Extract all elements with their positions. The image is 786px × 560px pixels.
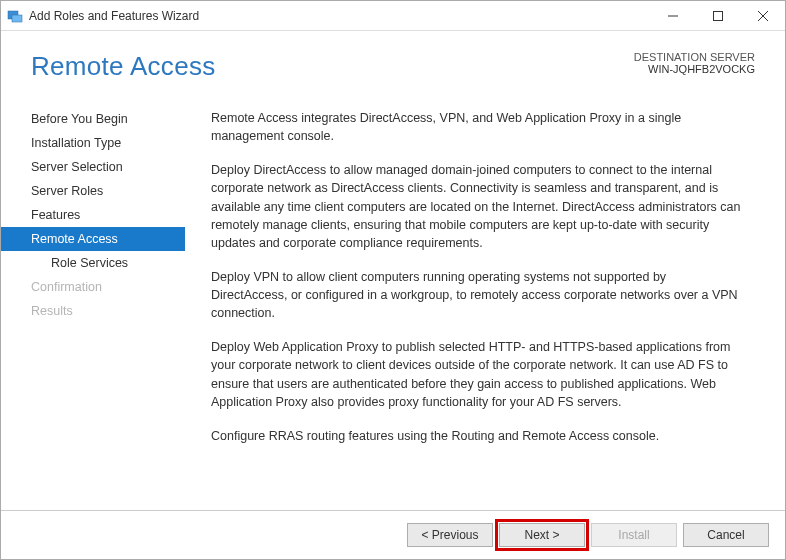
sidebar-item-server-roles[interactable]: Server Roles (1, 179, 185, 203)
page-title: Remote Access (31, 51, 216, 82)
server-manager-icon (7, 8, 23, 24)
footer: < Previous Next > Install Cancel (1, 510, 785, 559)
titlebar: Add Roles and Features Wizard (1, 1, 785, 31)
destination-block: DESTINATION SERVER WIN-JQHFB2VOCKG (634, 51, 755, 75)
sidebar-item-installation-type[interactable]: Installation Type (1, 131, 185, 155)
description-paragraph: Remote Access integrates DirectAccess, V… (211, 109, 745, 145)
window-controls (650, 1, 785, 31)
window-title: Add Roles and Features Wizard (29, 9, 199, 23)
maximize-button[interactable] (695, 1, 740, 31)
cancel-button[interactable]: Cancel (683, 523, 769, 547)
minimize-button[interactable] (650, 1, 695, 31)
install-button: Install (591, 523, 677, 547)
description-paragraph: Deploy Web Application Proxy to publish … (211, 338, 745, 411)
description-paragraph: Deploy VPN to allow client computers run… (211, 268, 745, 322)
next-button[interactable]: Next > (499, 523, 585, 547)
close-button[interactable] (740, 1, 785, 31)
wizard-sidebar: Before You Begin Installation Type Serve… (1, 97, 185, 510)
svg-rect-3 (713, 11, 722, 20)
previous-button[interactable]: < Previous (407, 523, 493, 547)
content-area: Before You Begin Installation Type Serve… (1, 92, 785, 510)
sidebar-item-role-services[interactable]: Role Services (1, 251, 185, 275)
header-area: Remote Access DESTINATION SERVER WIN-JQH… (1, 31, 785, 92)
description-paragraph: Configure RRAS routing features using th… (211, 427, 745, 445)
sidebar-item-results: Results (1, 299, 185, 323)
main-content: Remote Access integrates DirectAccess, V… (185, 97, 755, 510)
destination-label: DESTINATION SERVER (634, 51, 755, 63)
sidebar-item-features[interactable]: Features (1, 203, 185, 227)
description-paragraph: Deploy DirectAccess to allow managed dom… (211, 161, 745, 252)
sidebar-item-confirmation: Confirmation (1, 275, 185, 299)
sidebar-item-remote-access[interactable]: Remote Access (1, 227, 185, 251)
sidebar-item-server-selection[interactable]: Server Selection (1, 155, 185, 179)
svg-rect-1 (12, 15, 22, 22)
sidebar-item-before-you-begin[interactable]: Before You Begin (1, 107, 185, 131)
destination-server: WIN-JQHFB2VOCKG (634, 63, 755, 75)
